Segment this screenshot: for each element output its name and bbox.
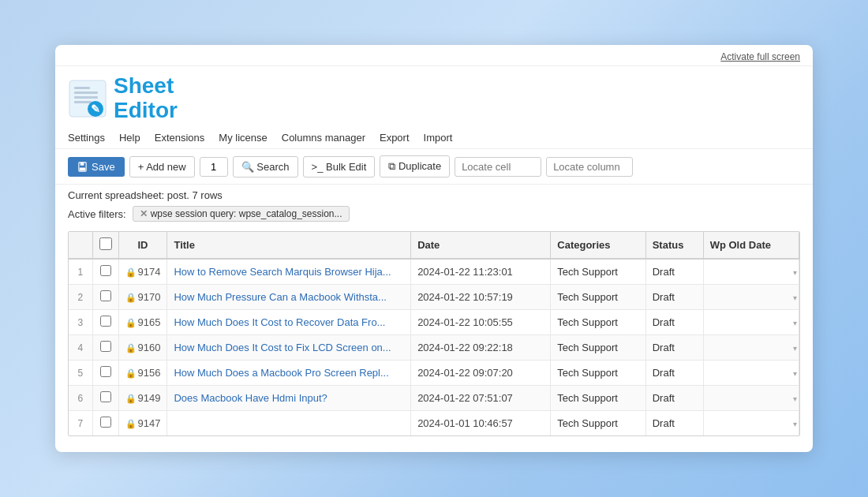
table-header-row: ID Title Date Categories Status	[69, 232, 799, 259]
row-checkbox-cell	[92, 411, 118, 436]
save-button[interactable]: Save	[68, 157, 125, 177]
row-checkbox[interactable]	[100, 417, 111, 428]
dropdown-arrow-icon[interactable]: ▾	[793, 267, 797, 276]
row-status: Draft	[645, 361, 703, 386]
row-status: Draft	[645, 259, 703, 285]
col-header-title: Title	[167, 232, 411, 259]
main-window: Activate full screen ✎ Sheet Editor Sett…	[55, 45, 813, 453]
table-row: 6 🔒9149 Does Macbook Have Hdmi Input? 20…	[69, 386, 799, 411]
row-date: 2024-01-01 10:46:57	[411, 411, 551, 436]
activate-fullscreen-link[interactable]: Activate full screen	[720, 51, 800, 62]
lock-icon: 🔒	[125, 318, 137, 327]
row-wp-old-date: ▾	[703, 259, 799, 285]
dropdown-arrow-icon[interactable]: ▾	[793, 394, 797, 402]
row-checkbox[interactable]	[100, 290, 111, 301]
logo-text: Sheet Editor	[114, 74, 178, 123]
dropdown-arrow-icon[interactable]: ▾	[793, 419, 797, 428]
row-title[interactable]: How to Remove Search Marquis Browser Hij…	[167, 259, 411, 285]
row-checkbox[interactable]	[100, 265, 111, 276]
lock-icon: 🔒	[125, 419, 137, 428]
row-title[interactable]: Does Macbook Have Hdmi Input?	[167, 386, 411, 411]
spreadsheet-table: ID Title Date Categories Status	[69, 232, 799, 435]
logo: ✎ Sheet Editor	[68, 74, 178, 123]
select-all-checkbox[interactable]	[99, 237, 112, 250]
row-date: 2024-01-22 10:05:55	[411, 310, 551, 335]
bulk-edit-button[interactable]: >_ Bulk Edit	[303, 156, 376, 178]
row-title[interactable]: How Much Pressure Can a Macbook Withsta.…	[167, 285, 411, 310]
lock-icon: 🔒	[125, 293, 137, 302]
row-wp-old-date: ▾	[703, 411, 799, 436]
row-categories: Tech Support	[551, 310, 645, 335]
row-status: Draft	[645, 335, 703, 361]
row-checkbox[interactable]	[100, 391, 111, 402]
row-date: 2024-01-22 07:51:07	[411, 386, 551, 411]
toolbar: Save + Add new 🔍 Search >_ Bulk Edit ⧉ D…	[55, 149, 813, 185]
row-title[interactable]: How Much Does It Cost to Fix LCD Screen …	[167, 335, 411, 361]
svg-text:✎: ✎	[91, 103, 100, 115]
nav-columns-manager[interactable]: Columns manager	[282, 132, 365, 144]
table-row: 1 🔒9174 How to Remove Search Marquis Bro…	[69, 259, 799, 285]
row-title[interactable]	[167, 411, 411, 436]
row-checkbox[interactable]	[100, 316, 111, 327]
svg-rect-4	[74, 101, 92, 103]
row-number: 5	[69, 361, 92, 386]
filter-remove-icon[interactable]: ✕	[140, 208, 148, 219]
row-id: 🔒9149	[118, 386, 167, 411]
row-date: 2024-01-22 09:22:18	[411, 335, 551, 361]
duplicate-button[interactable]: ⧉ Duplicate	[380, 155, 450, 178]
row-categories: Tech Support	[551, 285, 645, 310]
row-date: 2024-01-22 09:07:20	[411, 361, 551, 386]
svg-rect-8	[80, 163, 84, 166]
row-wp-old-date: ▾	[703, 361, 799, 386]
lock-icon: 🔒	[125, 343, 137, 353]
row-checkbox-cell	[92, 361, 118, 386]
info-bar: Current spreadsheet: post. 7 rows	[55, 185, 813, 203]
col-header-wp-old-date: Wp Old Date	[703, 232, 799, 259]
locate-cell-input[interactable]	[455, 157, 541, 177]
row-categories: Tech Support	[551, 335, 645, 361]
add-new-button[interactable]: + Add new	[129, 156, 195, 178]
svg-rect-2	[74, 92, 98, 94]
nav-export[interactable]: Export	[380, 132, 410, 144]
row-wp-old-date: ▾	[703, 310, 799, 335]
table-row: 7 🔒9147 2024-01-01 10:46:57 Tech Support…	[69, 411, 799, 436]
filters-bar: Active filters: ✕ wpse session query: wp…	[55, 203, 813, 228]
nav-bar: Settings Help Extensions My license Colu…	[55, 127, 813, 149]
filters-label: Active filters:	[68, 208, 126, 220]
search-icon: 🔍	[241, 161, 254, 173]
col-header-status: Status	[645, 232, 703, 259]
dropdown-arrow-icon[interactable]: ▾	[793, 293, 797, 301]
col-header-rownum	[69, 232, 92, 259]
search-button[interactable]: 🔍 Search	[233, 156, 298, 178]
row-checkbox[interactable]	[100, 366, 111, 377]
filter-tag: ✕ wpse session query: wpse_catalog_sessi…	[133, 206, 350, 222]
lock-icon: 🔒	[125, 368, 137, 378]
row-checkbox-cell	[92, 310, 118, 335]
row-checkbox[interactable]	[100, 341, 111, 352]
row-checkbox-cell	[92, 285, 118, 310]
dropdown-arrow-icon[interactable]: ▾	[793, 343, 797, 352]
row-wp-old-date: ▾	[703, 386, 799, 411]
locate-column-input[interactable]	[546, 157, 633, 177]
add-count-input[interactable]	[200, 157, 228, 177]
nav-help[interactable]: Help	[119, 132, 140, 144]
nav-import[interactable]: Import	[424, 132, 453, 144]
lock-icon: 🔒	[125, 267, 137, 277]
col-header-id: ID	[118, 232, 167, 259]
row-checkbox-cell	[92, 335, 118, 361]
dropdown-arrow-icon[interactable]: ▾	[793, 368, 797, 377]
row-title[interactable]: How Much Does It Cost to Recover Data Fr…	[167, 310, 411, 335]
row-id: 🔒9170	[118, 285, 167, 310]
row-status: Draft	[645, 411, 703, 436]
table-row: 2 🔒9170 How Much Pressure Can a Macbook …	[69, 285, 799, 310]
nav-extensions[interactable]: Extensions	[155, 132, 205, 144]
nav-my-license[interactable]: My license	[219, 132, 267, 144]
dropdown-arrow-icon[interactable]: ▾	[793, 318, 797, 327]
filter-tag-text: wpse session query: wpse_catalog_session…	[151, 208, 342, 219]
nav-settings[interactable]: Settings	[68, 132, 105, 144]
row-title[interactable]: How Much Does a Macbook Pro Screen Repl.…	[167, 361, 411, 386]
row-status: Draft	[645, 285, 703, 310]
row-id: 🔒9174	[118, 259, 167, 285]
row-checkbox-cell	[92, 259, 118, 285]
row-number: 7	[69, 411, 92, 436]
